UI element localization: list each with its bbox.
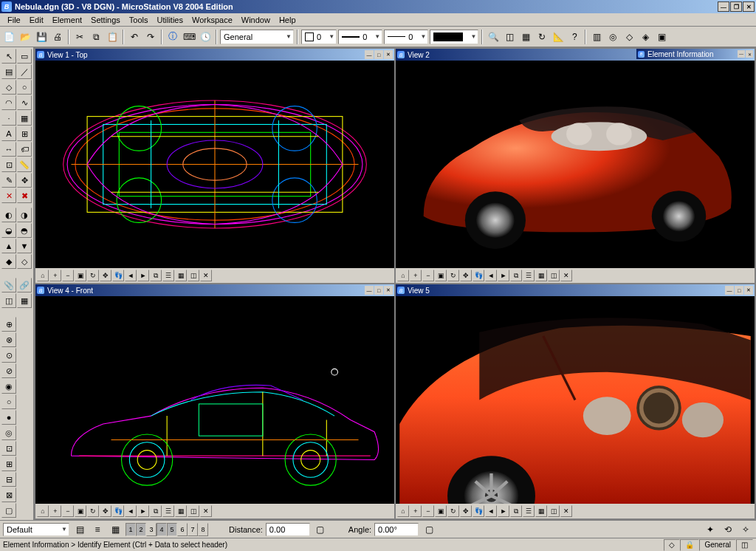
status-lock-icon[interactable]: 🔒 (680, 539, 699, 551)
tool-d-icon[interactable]: ◈ (638, 30, 653, 44)
level-b-icon[interactable]: ≡ (90, 522, 105, 537)
vp1-btn-copy[interactable]: ⧉ (150, 270, 162, 281)
place-shape-tool[interactable]: ◇ (1, 80, 16, 95)
clock-button[interactable]: 🕓 (198, 30, 213, 44)
snap-tool-3[interactable]: ⊙ (1, 348, 16, 363)
level-c-icon[interactable]: ▦ (108, 522, 123, 537)
linestyle-dropdown[interactable]: 0 (338, 30, 382, 44)
vp5-next[interactable]: ► (498, 505, 509, 517)
place-line-tool[interactable]: ／ (17, 64, 32, 79)
vp4-x[interactable]: ✕ (200, 505, 212, 517)
fill-dropdown[interactable] (430, 30, 478, 44)
cell-tool[interactable]: ⊞ (17, 126, 32, 141)
viewport-5-minimize[interactable]: — (725, 286, 734, 295)
snap-tool-4[interactable]: ⊘ (1, 363, 16, 378)
view-btn-1[interactable]: 1 (126, 523, 136, 536)
vp4-sub[interactable]: − (62, 505, 74, 517)
vp1-btn-render[interactable]: ▦ (175, 270, 187, 281)
menu-element[interactable]: Element (48, 14, 86, 26)
menu-utilities[interactable]: Utilities (153, 14, 188, 26)
menu-edit[interactable]: Edit (25, 14, 48, 26)
vp1-btn-walk[interactable]: 👣 (112, 270, 124, 281)
viewport-1-maximize[interactable]: □ (374, 50, 383, 59)
accudraw-icon-1[interactable]: ✦ (703, 522, 718, 537)
vp4-disp[interactable]: ☰ (162, 505, 174, 517)
vp2-fit[interactable]: ▣ (435, 270, 447, 281)
vp4-rotate[interactable]: ↻ (87, 505, 99, 517)
cut-button[interactable]: ✂ (72, 30, 87, 44)
3d-tool-2[interactable]: ◑ (17, 208, 32, 222)
accudraw-icon-3[interactable]: ✧ (738, 522, 753, 537)
vp2-add[interactable]: + (410, 270, 422, 281)
angle-field[interactable]: 0.00° (374, 523, 419, 536)
status-end-icon[interactable]: ◫ (736, 539, 753, 551)
vp4-prev[interactable]: ◄ (125, 505, 137, 517)
attach-tool-1[interactable]: 📎 (1, 278, 16, 292)
3d-tool-1[interactable]: ◐ (1, 208, 16, 222)
vp5-disp[interactable]: ☰ (523, 505, 535, 517)
snap-tool-8[interactable]: ◎ (1, 425, 16, 440)
viewport-4-title[interactable]: B View 4 - Front — □ ✕ (35, 284, 394, 296)
vp2-prev[interactable]: ◄ (485, 270, 497, 281)
distance-lock-icon[interactable]: ▢ (313, 522, 328, 537)
render-icon[interactable]: ▦ (518, 30, 533, 44)
vp2-next[interactable]: ► (498, 270, 509, 281)
menu-workspace[interactable]: Workspace (188, 14, 237, 26)
vp2-render[interactable]: ▦ (535, 270, 547, 281)
angle-lock-icon[interactable]: ▢ (422, 522, 436, 537)
level-a-icon[interactable]: ▤ (72, 522, 87, 537)
vp2-x[interactable]: ✕ (560, 270, 572, 281)
status-level[interactable]: General (699, 539, 736, 551)
vp1-btn-x[interactable]: ✕ (200, 270, 212, 281)
vp5-fit[interactable]: ▣ (435, 505, 447, 517)
tool-e-icon[interactable]: ▣ (654, 30, 669, 44)
vp4-fit[interactable]: ▣ (75, 505, 86, 517)
vp1-btn-pan[interactable]: ✥ (100, 270, 111, 281)
vp2-rotate[interactable]: ↻ (447, 270, 459, 281)
attach-tool-4[interactable]: ▦ (17, 293, 32, 308)
view-btn-2[interactable]: 2 (136, 523, 146, 536)
snap-tool-6[interactable]: ○ (1, 394, 16, 409)
redo-button[interactable]: ↷ (143, 30, 158, 44)
viewport-1-title[interactable]: B View 1 - Top — □ ✕ (35, 49, 394, 61)
measure-tool[interactable]: 📏 (17, 157, 32, 172)
3d-tool-8[interactable]: ◇ (17, 254, 32, 269)
vp1-btn-prev[interactable]: ◄ (125, 270, 137, 281)
vp2-pan[interactable]: ✥ (460, 270, 472, 281)
tool-a-icon[interactable]: ▥ (589, 30, 604, 44)
new-button[interactable]: 📄 (1, 30, 16, 44)
tool-b-icon[interactable]: ◎ (605, 30, 620, 44)
elem-info-close[interactable]: ✕ (746, 50, 753, 58)
view-cube-icon[interactable]: ◫ (502, 30, 517, 44)
manipulate-tool[interactable]: ✥ (17, 173, 32, 188)
view-btn-7[interactable]: 7 (188, 523, 198, 536)
keyin-button[interactable]: ⌨ (182, 30, 196, 44)
refresh-icon[interactable]: ↻ (535, 30, 549, 44)
viewport-5-canvas[interactable] (396, 296, 755, 504)
menu-tools[interactable]: Tools (125, 14, 153, 26)
vp5-x[interactable]: ✕ (560, 505, 572, 517)
distance-field[interactable]: 0.00 (266, 523, 310, 536)
restore-button[interactable]: ❐ (730, 1, 742, 12)
snap-tool-7[interactable]: ● (1, 410, 16, 425)
snap-tool-13[interactable]: ▢ (1, 503, 16, 518)
vp5-sub[interactable]: − (422, 505, 434, 517)
tool-c-icon[interactable]: ◇ (622, 30, 636, 44)
attach-tool-2[interactable]: 🔗 (17, 278, 32, 292)
snap-tool-11[interactable]: ⊟ (1, 472, 16, 487)
vp4-pan[interactable]: ✥ (100, 505, 111, 517)
vp1-btn-home[interactable]: ⌂ (37, 270, 49, 281)
viewport-5-maximize[interactable]: □ (735, 286, 743, 295)
vp2-copy[interactable]: ⧉ (510, 270, 522, 281)
viewport-2-canvas[interactable] (396, 61, 755, 268)
viewport-5-title[interactable]: B View 5 — □ ✕ (396, 284, 755, 296)
dimension-tool[interactable]: ↔ (1, 142, 16, 157)
selection-tool[interactable]: ↖ (1, 49, 16, 64)
vp4-home[interactable]: ⌂ (37, 505, 49, 517)
info-button[interactable]: ⓘ (165, 30, 180, 44)
vp4-copy[interactable]: ⧉ (150, 505, 162, 517)
active-level-combo[interactable]: Default (3, 523, 69, 536)
vp5-home[interactable]: ⌂ (397, 505, 409, 517)
elem-info-min[interactable]: — (738, 50, 745, 58)
vp1-btn-fit[interactable]: ▣ (75, 270, 86, 281)
